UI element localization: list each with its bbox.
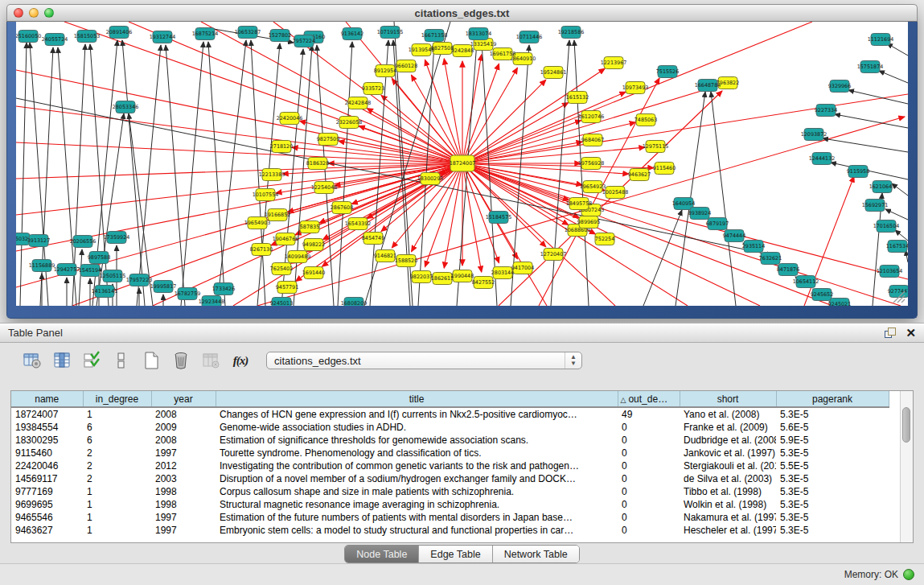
graph-node[interactable]: 2718120 bbox=[270, 141, 293, 153]
graph-node[interactable]: 10025488 bbox=[602, 187, 629, 199]
graph-node[interactable]: 12942757 bbox=[54, 264, 80, 276]
show-column-icon[interactable] bbox=[51, 350, 72, 371]
graph-node[interactable]: 10711446 bbox=[516, 31, 543, 43]
graph-node[interactable]: 9463627 bbox=[628, 169, 651, 181]
graph-node[interactable]: 28053346 bbox=[113, 101, 139, 113]
table-cell[interactable]: Dudbridge et al. (2008) bbox=[680, 434, 776, 447]
minimize-window-button[interactable] bbox=[29, 8, 39, 18]
graph-node[interactable]: 9245013 bbox=[270, 298, 293, 307]
table-cell[interactable]: 5.3E-5 bbox=[776, 447, 889, 459]
graph-node[interactable]: 12923448 bbox=[199, 296, 225, 307]
graph-node[interactable]: 752254 bbox=[595, 233, 614, 245]
graph-node[interactable]: 19312744 bbox=[150, 31, 176, 43]
table-cell[interactable]: 5.6E-5 bbox=[776, 421, 889, 434]
graph-node[interactable]: 12213383 bbox=[259, 169, 285, 181]
graph-node[interactable]: 7957224 bbox=[293, 35, 315, 47]
graph-node[interactable]: 9335723 bbox=[362, 83, 384, 95]
graph-node[interactable]: 8938924 bbox=[688, 208, 711, 220]
table-cell[interactable]: Disruption of a novel member of a sodium… bbox=[216, 472, 618, 485]
graph-node[interactable]: 17957223 bbox=[126, 274, 153, 286]
graph-node[interactable]: 16808209 bbox=[341, 298, 368, 307]
table-cell[interactable]: Estimation of significance thresholds fo… bbox=[216, 434, 618, 447]
graph-node[interactable]: 16210645 bbox=[869, 181, 896, 193]
table-cell[interactable]: 5.9E-5 bbox=[776, 434, 889, 447]
table-cell[interactable]: 0 bbox=[618, 485, 680, 498]
table-cell[interactable]: Embryonic stem cells: a model to study s… bbox=[216, 524, 618, 537]
graph-node[interactable]: 9684067 bbox=[581, 134, 604, 146]
graph-node[interactable]: 12093872 bbox=[801, 129, 827, 141]
table-cell[interactable]: 1 bbox=[83, 407, 151, 421]
graph-node[interactable]: 10973493 bbox=[622, 82, 649, 94]
graph-node[interactable]: 9474444 bbox=[723, 230, 745, 242]
graph-node[interactable]: 12975115 bbox=[643, 141, 669, 153]
table-cell[interactable]: 1998 bbox=[151, 485, 216, 498]
graph-node[interactable]: 8454749 bbox=[362, 233, 384, 245]
delete-rows-icon[interactable] bbox=[170, 350, 191, 371]
graph-node[interactable]: 24242848 bbox=[345, 97, 372, 109]
table-cell[interactable]: Hescheler et al. (1997) bbox=[680, 524, 776, 537]
table-cell[interactable]: Nakamura et al. (1997) bbox=[680, 511, 776, 524]
graph-node[interactable]: 18495758 bbox=[566, 198, 593, 210]
table-cell[interactable]: Wolkin et al. (1998) bbox=[680, 498, 776, 511]
graph-node[interactable]: 20206556 bbox=[70, 236, 97, 248]
table-cell[interactable]: 5.5E-5 bbox=[776, 459, 889, 472]
table-cell[interactable]: 5.3E-5 bbox=[776, 511, 889, 524]
graph-node[interactable]: 12213967 bbox=[601, 57, 627, 69]
column-header-in_degree[interactable]: in_degree bbox=[83, 391, 151, 407]
graph-node[interactable]: 9329966 bbox=[828, 80, 851, 93]
table-row[interactable]: 2242004622012Investigating the contribut… bbox=[11, 459, 889, 472]
graph-node[interactable]: 16648784 bbox=[695, 80, 721, 92]
graph-node[interactable]: 19524861 bbox=[540, 67, 567, 79]
graph-node[interactable]: 12720407 bbox=[540, 249, 567, 261]
table-cell[interactable]: 19384554 bbox=[11, 421, 83, 434]
tab-edge-table[interactable]: Edge Table bbox=[419, 546, 492, 562]
graph-node[interactable]: 2867608 bbox=[331, 202, 353, 214]
column-header-out_de[interactable]: △out_de… bbox=[618, 391, 680, 407]
table-cell[interactable]: 2003 bbox=[151, 472, 216, 485]
float-panel-icon[interactable] bbox=[885, 328, 896, 338]
graph-node[interactable]: 9146821 bbox=[374, 250, 396, 262]
table-cell[interactable]: 6 bbox=[83, 421, 151, 434]
table-row[interactable]: 1456911722003Disruption of a novel membe… bbox=[11, 472, 889, 485]
table-row[interactable]: 1872400712008Changes of HCN gene express… bbox=[11, 407, 889, 421]
graph-node[interactable]: 1691440 bbox=[302, 267, 325, 279]
graph-node[interactable]: 15692971 bbox=[862, 200, 889, 212]
table-cell[interactable]: 9115460 bbox=[11, 447, 83, 459]
graph-node[interactable]: 11156889 bbox=[29, 260, 55, 272]
graph-node[interactable]: 587835 bbox=[300, 221, 319, 233]
table-cell[interactable]: Changes of HCN gene expression and I(f) … bbox=[216, 407, 618, 421]
graph-node[interactable]: 14136141 bbox=[92, 286, 118, 298]
column-header-name[interactable]: name bbox=[11, 391, 83, 407]
graph-node[interactable]: 18313074 bbox=[466, 28, 492, 40]
table-row[interactable]: 946362711997Embryonic stem cells: a mode… bbox=[11, 524, 889, 537]
graph-node[interactable]: 9242848 bbox=[451, 45, 474, 57]
table-cell[interactable]: 1 bbox=[83, 524, 151, 537]
graph-node[interactable]: 9498222 bbox=[302, 239, 325, 251]
table-cell[interactable]: 6 bbox=[83, 434, 151, 447]
graph-node[interactable]: 6879197 bbox=[706, 218, 729, 230]
table-settings-icon[interactable] bbox=[22, 350, 43, 371]
graph-node[interactable]: 16543392 bbox=[345, 218, 372, 230]
table-cell[interactable]: 5.3E-5 bbox=[776, 472, 889, 485]
scrollbar-thumb[interactable] bbox=[902, 407, 910, 443]
table-select-combobox[interactable]: citations_edges.txt ▲▼ bbox=[266, 352, 582, 369]
graph-node[interactable]: 9899695 bbox=[577, 216, 600, 229]
table-cell[interactable]: 0 bbox=[618, 447, 680, 459]
graph-node[interactable]: 1167534 bbox=[886, 241, 908, 253]
graph-node[interactable]: 9660128 bbox=[395, 60, 417, 72]
graph-node[interactable]: 9822037 bbox=[410, 271, 433, 283]
graph-node[interactable]: 9227334 bbox=[815, 105, 837, 117]
graph-node[interactable]: 16671358 bbox=[421, 30, 448, 42]
table-cell[interactable]: 2008 bbox=[151, 407, 216, 421]
table-cell[interactable]: 1 bbox=[83, 485, 151, 498]
table-cell[interactable]: 9777169 bbox=[11, 485, 83, 498]
graph-node[interactable]: 16120746 bbox=[578, 111, 605, 123]
graph-node[interactable]: 19218586 bbox=[558, 27, 585, 39]
graph-node[interactable]: 12254046 bbox=[311, 182, 338, 194]
table-row[interactable]: 1938455462009Genome-wide association stu… bbox=[11, 421, 889, 434]
graph-node[interactable]: 7485063 bbox=[634, 114, 657, 126]
memory-status-icon[interactable] bbox=[903, 569, 914, 580]
table-cell[interactable]: 1997 bbox=[151, 524, 216, 537]
graph-node[interactable]: 20891406 bbox=[106, 27, 133, 39]
table-cell[interactable]: 18300295 bbox=[11, 434, 83, 447]
